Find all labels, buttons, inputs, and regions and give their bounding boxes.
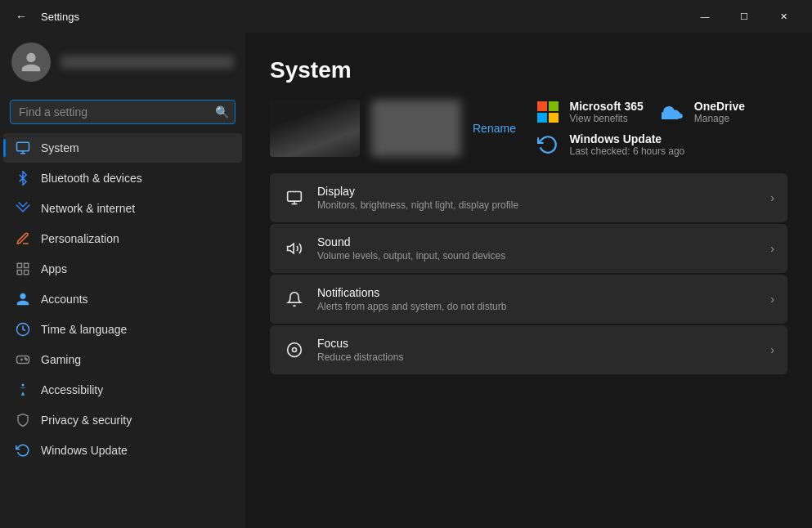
user-profile[interactable] <box>0 33 245 92</box>
svg-rect-15 <box>549 101 559 111</box>
svg-point-23 <box>293 348 297 352</box>
top-info-row: Microsoft 365 View benefits OneDrive Man… <box>536 100 788 124</box>
setting-sound[interactable]: Sound Volume levels, output, input, soun… <box>270 224 787 273</box>
accessibility-label: Accessibility <box>41 383 231 396</box>
svg-marker-21 <box>288 244 294 253</box>
settings-list: Display Monitors, brightness, night ligh… <box>270 173 787 374</box>
notifications-desc: Alerts from apps and system, do not dist… <box>317 301 759 312</box>
accessibility-icon <box>15 382 31 398</box>
info-cards: Microsoft 365 View benefits OneDrive Man… <box>536 100 788 157</box>
focus-chevron: › <box>770 343 774 356</box>
search-input[interactable] <box>10 100 236 124</box>
system-icon <box>15 140 31 156</box>
notifications-chevron: › <box>770 293 774 306</box>
pc-image-inner <box>270 100 360 157</box>
close-button[interactable]: ✕ <box>765 3 802 29</box>
display-title: Display <box>317 185 759 198</box>
personalization-label: Personalization <box>41 232 231 245</box>
network-icon <box>15 200 31 217</box>
search-container: 🔍 <box>10 100 236 124</box>
sidebar-item-accessibility[interactable]: Accessibility <box>3 375 242 405</box>
setting-display[interactable]: Display Monitors, brightness, night ligh… <box>270 173 787 222</box>
maximize-button[interactable]: ☐ <box>725 3 763 29</box>
display-desc: Monitors, brightness, night light, displ… <box>317 199 759 211</box>
sidebar-item-apps[interactable]: Apps ◀ <box>3 254 242 284</box>
svg-rect-5 <box>25 271 29 275</box>
username-blurred <box>61 56 234 69</box>
focus-desc: Reduce distractions <box>317 351 759 363</box>
windows-update-title: Windows Update <box>570 132 685 145</box>
ms365-subtitle: View benefits <box>570 113 644 124</box>
setting-notifications[interactable]: Notifications Alerts from apps and syste… <box>270 275 787 324</box>
windows-update-label: Windows Update <box>41 444 231 457</box>
sound-chevron: › <box>770 242 774 255</box>
focus-text: Focus Reduce distractions <box>317 337 759 363</box>
svg-rect-3 <box>17 263 21 267</box>
sidebar-item-windows-update[interactable]: Windows Update <box>3 436 242 465</box>
titlebar: ← Settings — ☐ ✕ <box>0 0 812 33</box>
pc-card: Rename <box>270 100 523 157</box>
sidebar-item-time[interactable]: Time & language <box>3 315 242 344</box>
user-avatar-icon <box>20 51 43 74</box>
svg-rect-4 <box>25 263 29 267</box>
main-content: System Rename <box>245 33 812 528</box>
bluetooth-label: Bluetooth & devices <box>41 172 231 185</box>
onedrive-text: OneDrive Manage <box>694 100 745 124</box>
notifications-title: Notifications <box>317 286 759 299</box>
sidebar-item-gaming[interactable]: Gaming <box>3 345 242 374</box>
top-row: Rename <box>270 100 787 157</box>
back-button[interactable]: ← <box>10 5 33 28</box>
nav-list: System Bluetooth & devices Network & int… <box>0 132 245 466</box>
sidebar-item-system[interactable]: System <box>3 133 242 163</box>
svg-rect-17 <box>549 113 559 123</box>
sound-text: Sound Volume levels, output, input, soun… <box>317 235 759 262</box>
windows-update-text: Windows Update Last checked: 6 hours ago <box>570 132 685 157</box>
apps-label: Apps <box>41 262 231 275</box>
ms365-card[interactable]: Microsoft 365 View benefits <box>536 100 644 124</box>
focus-title: Focus <box>317 337 759 350</box>
onedrive-card[interactable]: OneDrive Manage <box>660 100 745 124</box>
display-chevron: › <box>770 191 774 204</box>
sidebar-item-privacy[interactable]: Privacy & security <box>3 405 242 435</box>
system-label: System <box>41 141 231 154</box>
sound-title: Sound <box>317 235 759 248</box>
windows-update-card[interactable]: Windows Update Last checked: 6 hours ago <box>536 132 788 157</box>
sound-desc: Volume levels, output, input, sound devi… <box>317 250 759 262</box>
onedrive-subtitle: Manage <box>694 113 745 124</box>
back-icon: ← <box>16 10 27 23</box>
sidebar-item-accounts[interactable]: Accounts <box>3 284 242 314</box>
personalization-icon <box>15 230 31 247</box>
notifications-icon <box>283 288 306 311</box>
windows-update-subtitle: Last checked: 6 hours ago <box>570 145 685 157</box>
svg-rect-0 <box>17 142 29 151</box>
time-icon <box>15 321 31 338</box>
sidebar-item-bluetooth[interactable]: Bluetooth & devices <box>3 163 242 193</box>
ms365-icon <box>536 100 560 124</box>
svg-rect-6 <box>17 271 21 275</box>
apps-icon <box>15 261 31 277</box>
gaming-label: Gaming <box>41 353 231 366</box>
gaming-icon <box>15 351 31 368</box>
privacy-icon <box>15 412 31 428</box>
minimize-button[interactable]: — <box>686 3 724 29</box>
sidebar-item-network[interactable]: Network & internet <box>3 194 242 223</box>
svg-rect-18 <box>288 192 302 202</box>
app-body: 🔍 System Bluetooth & devices Netwo <box>0 33 812 528</box>
windows-update-icon <box>15 442 31 459</box>
ms365-text: Microsoft 365 View benefits <box>570 100 644 124</box>
notifications-text: Notifications Alerts from apps and syste… <box>317 286 759 312</box>
sound-icon <box>283 237 306 260</box>
rename-button[interactable]: Rename <box>473 122 516 135</box>
ms365-title: Microsoft 365 <box>570 100 644 113</box>
pc-image <box>270 100 360 157</box>
windows-update-card-icon <box>536 132 560 157</box>
accounts-label: Accounts <box>41 293 231 306</box>
sidebar: 🔍 System Bluetooth & devices Netwo <box>0 33 245 528</box>
display-icon <box>283 186 306 209</box>
network-label: Network & internet <box>41 202 231 215</box>
svg-point-22 <box>288 343 302 357</box>
sidebar-item-personalization[interactable]: Personalization <box>3 224 242 253</box>
onedrive-icon <box>660 100 684 124</box>
setting-focus[interactable]: Focus Reduce distractions › <box>270 325 787 374</box>
avatar <box>11 43 51 82</box>
